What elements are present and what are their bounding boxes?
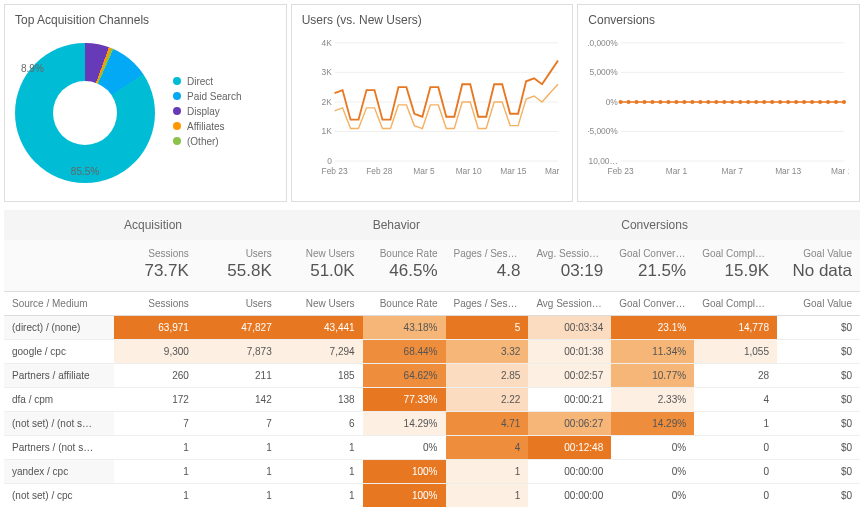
svg-point-40: [691, 100, 695, 104]
cell-gc: 0: [694, 484, 777, 508]
metric-label: Bounce Rate: [363, 240, 446, 261]
cell-gcr: 23.1%: [611, 316, 694, 340]
svg-text:2K: 2K: [321, 97, 332, 107]
acquisition-channels-card: Top Acquisition Channels 8.9% 85.5% Dire…: [4, 4, 287, 202]
legend-label: (Other): [187, 136, 219, 147]
svg-point-35: [651, 100, 655, 104]
column-header[interactable]: Source / Medium: [4, 292, 114, 316]
column-header[interactable]: Goal Completions: [694, 292, 777, 316]
cell-users: 7: [197, 412, 280, 436]
svg-point-45: [731, 100, 735, 104]
cell-dur: 00:03:34: [528, 316, 611, 340]
svg-point-56: [818, 100, 822, 104]
row-label: (not set) / (not s…: [4, 412, 114, 436]
cell-users: 1: [197, 460, 280, 484]
cell-dur: 00:00:21: [528, 388, 611, 412]
svg-point-39: [683, 100, 687, 104]
cell-sessions: 9,300: [114, 340, 197, 364]
data-table: Acquisition Behavior Conversions Session…: [4, 210, 860, 507]
card-title: Top Acquisition Channels: [15, 13, 276, 27]
column-header[interactable]: Goal Conversion …: [611, 292, 694, 316]
cell-sessions: 63,971: [114, 316, 197, 340]
table-row[interactable]: Partners / (not s…1110%400:12:480%0$0: [4, 436, 860, 460]
cell-dur: 00:00:00: [528, 484, 611, 508]
svg-point-54: [802, 100, 806, 104]
table-row[interactable]: yandex / cpc111100%100:00:000%0$0: [4, 460, 860, 484]
svg-text:Feb 23: Feb 23: [321, 166, 347, 176]
users-line-chart: 01K2K3K4KFeb 23Feb 28Mar 5Mar 10Mar 15Ma…: [302, 33, 563, 183]
table-row[interactable]: (not set) / cpc111100%100:00:000%0$0: [4, 484, 860, 508]
cell-gcr: 0%: [611, 436, 694, 460]
cell-sessions: 1: [114, 436, 197, 460]
cell-bounce: 77.33%: [363, 388, 446, 412]
svg-point-51: [778, 100, 782, 104]
column-header[interactable]: Avg Session Durat…: [528, 292, 611, 316]
table-row[interactable]: (direct) / (none)63,97147,82743,44143.18…: [4, 316, 860, 340]
svg-point-41: [699, 100, 703, 104]
table-row[interactable]: Partners / affiliate26021118564.62%2.850…: [4, 364, 860, 388]
svg-point-33: [635, 100, 639, 104]
svg-point-44: [723, 100, 727, 104]
cell-newusers: 185: [280, 364, 363, 388]
table-row[interactable]: dfa / cpm17214213877.33%2.2200:00:212.33…: [4, 388, 860, 412]
metric-value: 51.0K: [280, 261, 363, 292]
card-title: Users (vs. New Users): [302, 13, 563, 27]
column-header[interactable]: Bounce Rate: [363, 292, 446, 316]
svg-text:Mar 15: Mar 15: [500, 166, 526, 176]
metric-value: 46.5%: [363, 261, 446, 292]
svg-point-50: [770, 100, 774, 104]
legend-label: Paid Search: [187, 91, 241, 102]
metric-label-row: Sessions Users New Users Bounce Rate Pag…: [4, 240, 860, 261]
svg-point-53: [794, 100, 798, 104]
legend-label: Affiliates: [187, 121, 225, 132]
cell-gcr: 2.33%: [611, 388, 694, 412]
row-label: Partners / affiliate: [4, 364, 114, 388]
column-header[interactable]: Sessions: [114, 292, 197, 316]
column-header-row: Source / Medium Sessions Users New Users…: [4, 292, 860, 316]
svg-point-59: [842, 100, 846, 104]
users-chart-card: Users (vs. New Users) 01K2K3K4KFeb 23Feb…: [291, 4, 574, 202]
cell-gc: 0: [694, 460, 777, 484]
cell-pps: 2.85: [446, 364, 529, 388]
svg-point-38: [675, 100, 679, 104]
metric-value: 15.9K: [694, 261, 777, 292]
cell-bounce: 43.18%: [363, 316, 446, 340]
cell-sessions: 1: [114, 484, 197, 508]
cell-pps: 1: [446, 484, 529, 508]
group-header: Acquisition: [114, 210, 363, 240]
metric-label: Pages / Session: [446, 240, 529, 261]
svg-text:Mar 1: Mar 1: [666, 166, 688, 176]
cell-dur: 00:12:48: [528, 436, 611, 460]
column-header[interactable]: Users: [197, 292, 280, 316]
donut-slice-label: 8.9%: [21, 63, 44, 74]
cell-gv: $0: [777, 436, 860, 460]
metric-label: Goal Conversion Rate: [611, 240, 694, 261]
cell-newusers: 138: [280, 388, 363, 412]
svg-point-48: [755, 100, 759, 104]
table-row[interactable]: google / cpc9,3007,8737,29468.44%3.3200:…: [4, 340, 860, 364]
metric-value: No data: [777, 261, 860, 292]
column-header[interactable]: Pages / Session: [446, 292, 529, 316]
cell-gv: $0: [777, 340, 860, 364]
cell-gcr: 11.34%: [611, 340, 694, 364]
svg-point-36: [659, 100, 663, 104]
svg-point-58: [834, 100, 838, 104]
table-row[interactable]: (not set) / (not s…77614.29%4.7100:06:27…: [4, 412, 860, 436]
cell-newusers: 6: [280, 412, 363, 436]
svg-text:Mar 7: Mar 7: [722, 166, 744, 176]
legend-label: Display: [187, 106, 220, 117]
column-header[interactable]: Goal Value: [777, 292, 860, 316]
column-header[interactable]: New Users: [280, 292, 363, 316]
cell-bounce: 0%: [363, 436, 446, 460]
svg-point-57: [826, 100, 830, 104]
svg-text:1K: 1K: [321, 126, 332, 136]
table-body: (direct) / (none)63,97147,82743,44143.18…: [4, 316, 860, 508]
svg-text:-10,00…: -10,00…: [588, 156, 618, 166]
card-title: Conversions: [588, 13, 849, 27]
svg-point-55: [810, 100, 814, 104]
cell-bounce: 64.62%: [363, 364, 446, 388]
row-label: (not set) / cpc: [4, 484, 114, 508]
row-label: Partners / (not s…: [4, 436, 114, 460]
cell-users: 211: [197, 364, 280, 388]
cell-users: 7,873: [197, 340, 280, 364]
